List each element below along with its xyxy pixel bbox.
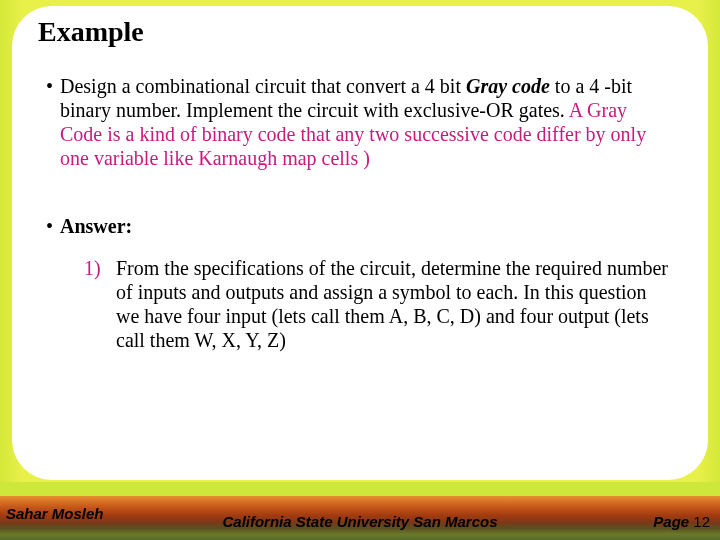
bullet-dot: •: [46, 214, 60, 238]
answer-label: Answer:: [60, 214, 132, 238]
bullet1-pre: Design a combinational circuit that conv…: [60, 75, 466, 97]
step-number: 1): [84, 256, 110, 352]
bullet-dot: •: [46, 74, 60, 170]
slide-title: Example: [38, 16, 686, 48]
bullet-item-1: • Design a combinational circuit that co…: [34, 74, 686, 170]
footer-university: California State University San Marcos: [0, 513, 720, 530]
step-text: From the specifications of the circuit, …: [110, 256, 674, 352]
footer-bar: [0, 482, 720, 540]
numbered-step-1: 1) From the specifications of the circui…: [34, 256, 686, 352]
bullet-item-answer: • Answer:: [34, 214, 686, 238]
page-label: Page: [653, 513, 693, 530]
bullet-text-1: Design a combinational circuit that conv…: [60, 74, 674, 170]
footer-page: Page 12: [653, 513, 710, 530]
page-number: 12: [693, 513, 710, 530]
slide-content: Example • Design a combinational circuit…: [12, 6, 708, 480]
bullet1-emph: Gray code: [466, 75, 550, 97]
